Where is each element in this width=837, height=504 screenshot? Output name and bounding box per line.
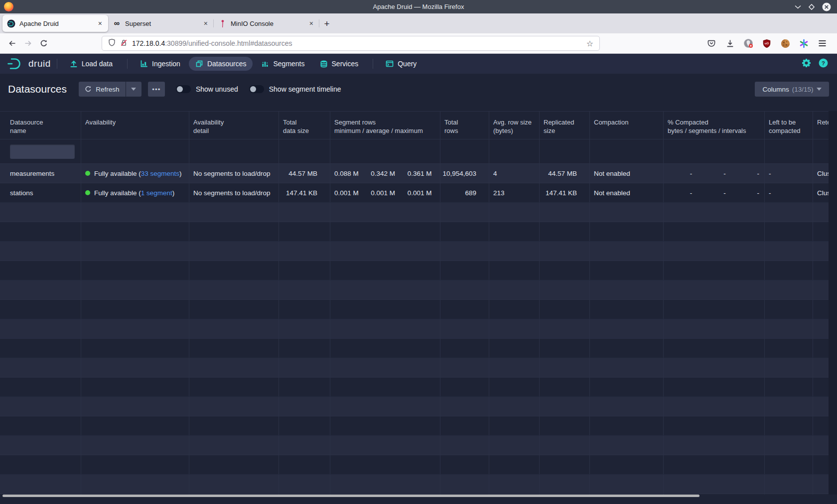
close-icon[interactable] [822,2,831,11]
maximize-diamond-icon[interactable] [808,3,815,10]
tab-apache-druid[interactable]: Apache Druid× [2,15,108,32]
cell-retention: Cluster default [813,183,829,202]
column-header-segment-rows-minimum-average-maximum[interactable]: Segment rowsminimum / average / maximum [330,112,440,139]
tab-close-icon[interactable]: × [202,19,209,27]
empty-cell [489,280,540,299]
nav-item-label: Datasources [207,60,247,68]
hamburger-menu-icon[interactable] [817,38,827,48]
nav-item-ingestion[interactable]: Ingestion [134,57,187,71]
column-header-availability[interactable]: Availability [81,112,189,139]
availability-text: Fully available ( [94,170,141,177]
empty-cell [765,378,813,396]
column-header-line2: detail [193,126,275,135]
nav-item-label: Ingestion [152,60,180,68]
empty-cell [813,378,829,396]
table-row[interactable]: stationsFully available (1 segment)No se… [0,183,829,203]
filter-cell [0,139,81,163]
empty-cell [81,319,189,338]
cell-availability-detail: No segments to load/drop [189,183,279,202]
tab-close-icon[interactable]: × [97,19,104,27]
cell-replicated-size: 44.57 MB [540,164,590,183]
druid-favicon [7,19,15,28]
bookmark-star-icon[interactable]: ☆ [586,39,593,48]
refresh-button[interactable]: Refresh [79,82,126,97]
pct-compacted-value: - [697,170,730,177]
empty-cell [664,300,765,319]
show-unused-label: Show unused [196,85,238,93]
pct-compacted-value: - [664,189,697,197]
filter-cell [489,139,540,163]
column-header-retention[interactable]: Retention [813,112,829,139]
empty-cell [440,339,489,358]
show-segment-timeline-label: Show segment timeline [269,85,341,93]
show-segment-timeline-toggle[interactable] [249,85,264,93]
insecure-lock-icon[interactable] [120,39,128,48]
ingestion-icon [140,60,148,68]
minimize-chevron-icon[interactable] [795,5,801,9]
empty-table-row [0,378,829,397]
nav-item-datasources[interactable]: Datasources [189,57,253,71]
reload-button[interactable] [36,36,52,51]
help-icon[interactable]: ? [819,58,828,70]
new-tab-button[interactable]: + [319,16,334,31]
filter-cell [330,139,440,163]
column-header-line2: (bytes) [493,126,535,135]
extension-asterisk-icon[interactable] [799,38,809,48]
column-header-avg-row-size-bytes[interactable]: Avg. row size(bytes) [489,112,540,139]
tracking-shield-icon[interactable] [108,38,116,48]
empty-cell [765,416,813,435]
url-bar[interactable]: 172.18.0.4:30899/unified-console.html#da… [102,36,600,51]
table-row[interactable]: measurementsFully available (33 segments… [0,164,829,183]
tab-minio-console[interactable]: MinIO Console× [214,15,319,32]
column-header-total-rows[interactable]: Totalrows [440,112,489,139]
column-header-availability-detail[interactable]: Availabilitydetail [189,112,279,139]
pocket-icon[interactable] [706,38,716,48]
url-host: 172.18.0.4 [132,39,165,47]
column-header-compacted-bytes-segments-intervals[interactable]: % Compactedbytes / segments / intervals [664,112,765,139]
cookie-icon[interactable] [780,38,790,48]
column-header-total-data-size[interactable]: Totaldata size [279,112,330,139]
tab-superset[interactable]: ∞Superset× [108,15,214,32]
extension-disabled-icon[interactable] [743,38,753,48]
nav-item-services[interactable]: Services [313,57,365,71]
column-header-compaction[interactable]: Compaction [590,112,664,139]
empty-cell [540,339,590,358]
empty-cell [489,339,540,358]
download-icon[interactable] [725,38,735,48]
empty-table-row [0,222,829,242]
empty-table-row [0,339,829,358]
empty-cell [81,242,189,260]
refresh-options-button[interactable] [126,82,141,97]
empty-cell [279,416,330,435]
segments-link[interactable]: 1 segment [141,189,172,197]
empty-cell [590,455,664,474]
empty-cell [540,397,590,416]
druid-logo[interactable]: druid [7,57,51,70]
show-unused-toggle[interactable] [176,85,191,93]
nav-item-query[interactable]: Query [379,57,423,71]
empty-cell [664,378,765,396]
settings-gear-icon[interactable] [802,58,811,70]
ublock-origin-icon[interactable]: uO [762,38,772,48]
segments-link[interactable]: 33 segments [141,170,179,177]
more-actions-button[interactable]: ••• [148,82,165,97]
empty-cell [440,416,489,435]
forward-button[interactable] [20,36,36,51]
tab-close-icon[interactable]: × [308,19,315,27]
column-header-line2: compacted [769,126,809,135]
nav-item-segments[interactable]: Segments [255,57,311,71]
filter-cell [664,139,765,163]
column-header-left-to-be-compacted[interactable]: Left to becompacted [765,112,813,139]
horizontal-scrollbar-thumb[interactable] [2,495,699,497]
back-button[interactable] [4,36,20,51]
empty-cell [81,300,189,319]
name-filter-input[interactable] [10,144,75,159]
nav-item-load-data[interactable]: Load data [63,57,119,71]
empty-cell [440,358,489,377]
empty-cell [813,261,829,280]
filter-cell [279,139,330,163]
column-header-datasource-name[interactable]: Datasourcename [0,112,81,139]
column-header-replicated-size[interactable]: Replicatedsize [540,112,590,139]
columns-button[interactable]: Columns (13/15) [755,82,829,97]
load-data-icon [70,60,78,68]
